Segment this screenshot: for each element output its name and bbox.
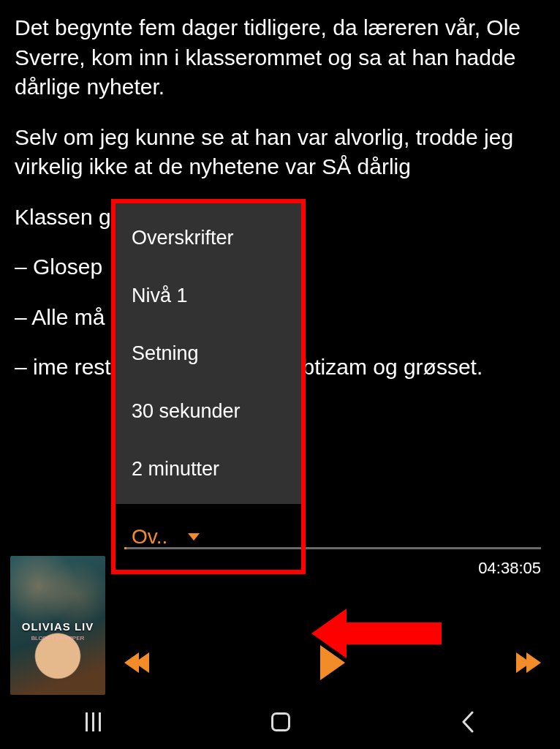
nav-recent-button[interactable] <box>86 712 101 731</box>
paragraph: Det begynte fem dager tidligere, da lære… <box>15 13 545 102</box>
android-navbar <box>0 695 560 749</box>
time-total: 04:38:05 <box>478 559 541 578</box>
cover-title: OLIVIAS LIV <box>10 620 105 633</box>
skip-level-option-30sek[interactable]: 30 sekunder <box>116 383 301 440</box>
skip-level-dropdown[interactable]: Ov.. <box>116 504 301 570</box>
skip-level-option-niva1[interactable]: Nivå 1 <box>116 267 301 325</box>
skip-level-selected: Ov.. <box>132 525 167 549</box>
book-cover[interactable]: OLIVIAS LIV BLODET DRYPPER <box>10 556 105 695</box>
skip-level-popup: Overskrifter Nivå 1 Setning 30 sekunder … <box>111 199 306 574</box>
rewind-button[interactable] <box>124 652 149 673</box>
cover-subtitle: BLODET DRYPPER <box>10 635 105 641</box>
skip-level-list: Overskrifter Nivå 1 Setning 30 sekunder … <box>116 203 301 504</box>
annotation-arrow <box>311 609 442 658</box>
skip-level-option-overskrifter[interactable]: Overskrifter <box>116 209 301 267</box>
chevron-down-icon <box>188 533 200 541</box>
nav-home-button[interactable] <box>271 712 290 731</box>
paragraph: Selv om jeg kunne se at han var alvorlig… <box>15 123 545 182</box>
skip-level-option-2min[interactable]: 2 minutter <box>116 440 301 498</box>
nav-back-button[interactable] <box>461 711 475 733</box>
forward-button[interactable] <box>516 652 541 673</box>
skip-level-option-setning[interactable]: Setning <box>116 325 301 383</box>
